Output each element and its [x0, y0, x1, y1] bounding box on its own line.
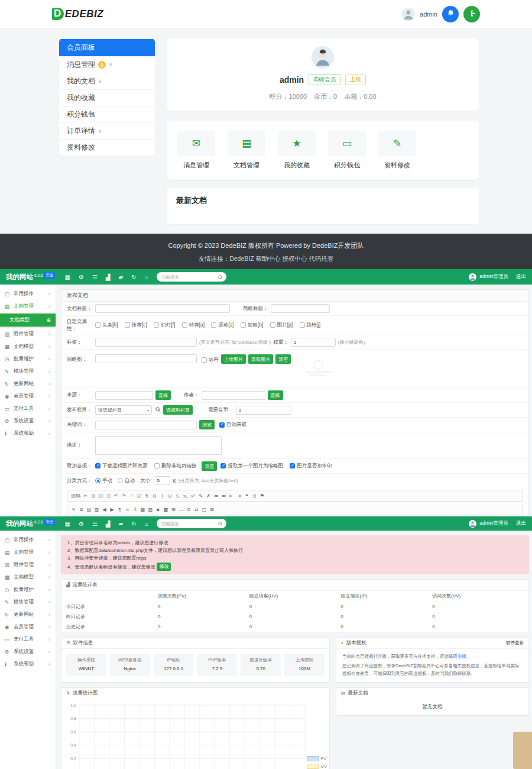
logout-button[interactable] — [463, 6, 480, 22]
editor-tool-button[interactable]: — — [177, 505, 185, 513]
attr-checkbox[interactable]: 跳转[j] — [300, 322, 321, 329]
column-search-icon[interactable] — [155, 407, 161, 413]
upload-image-button[interactable]: 上传图片 — [221, 354, 246, 364]
settings-icon[interactable]: ⚙ — [79, 521, 84, 527]
editor-tool-button[interactable]: ▤ — [85, 505, 93, 513]
dedebiz-logo[interactable]: DEDEBIZ — [52, 8, 103, 20]
attr-checkbox[interactable]: 特荐[a] — [182, 322, 205, 329]
editor-tool-button[interactable]: ↶ — [112, 492, 120, 500]
menu-item[interactable]: ℹ 系统帮助 ∨ — [0, 658, 56, 670]
editor-tool-button[interactable]: ¶ — [116, 505, 124, 513]
logout-link[interactable]: 退出 — [516, 520, 526, 527]
list-icon[interactable]: ☰ — [92, 521, 98, 527]
editor-tool-button[interactable]: ⊠ — [208, 505, 216, 513]
menu-item[interactable]: ▭ 支付工具 ∨ — [0, 402, 56, 415]
attr-checkbox[interactable]: 推荐[c] — [125, 322, 147, 329]
auto-fetch-checkbox[interactable]: 自动获取 — [219, 421, 246, 428]
profile-avatar[interactable] — [312, 46, 334, 69]
short-title-input[interactable] — [271, 304, 330, 313]
home-icon[interactable]: ⌂ — [145, 521, 148, 527]
editor-tool-button[interactable]: ≕ — [220, 492, 228, 500]
modules-icon[interactable]: ▦ — [64, 521, 70, 527]
editor-tool-button[interactable]: ▶ — [108, 505, 116, 513]
editor-tool-button[interactable]: Ω — [185, 505, 193, 513]
editor-tool-button[interactable]: ▥ — [93, 505, 100, 513]
editor-tool-button[interactable]: ∞ — [124, 505, 131, 513]
editor-tool-button[interactable]: B — [151, 492, 158, 500]
menu-item[interactable]: ✎ 模块管理 ∨ — [0, 365, 56, 377]
sidebar-item[interactable]: 订单详情 ∨ — [59, 122, 155, 139]
menu-item[interactable]: ▥ 附件管理 ∨ — [0, 328, 56, 340]
folder-icon[interactable]: ▰ — [119, 274, 124, 280]
source-input[interactable] — [95, 391, 153, 400]
floating-widget[interactable] — [513, 732, 532, 769]
editor-tool-button[interactable]: ⊞ — [170, 505, 177, 513]
menu-item[interactable]: ↻ 更新网站 ∨ — [0, 377, 56, 390]
editor-tool-button[interactable]: ¶ — [143, 492, 151, 500]
logout-link[interactable]: 退出 — [516, 273, 526, 280]
refresh-icon[interactable]: ↻ — [131, 274, 136, 280]
menu-item[interactable]: ✎ 模块管理 ∨ — [0, 596, 56, 608]
sidebar-item[interactable]: 我的文档 ∨ — [59, 73, 155, 89]
clear-button[interactable]: 清空 — [275, 354, 291, 364]
editor-tool-button[interactable]: ▩ — [162, 505, 170, 513]
menu-item[interactable]: ◷ 批量维护 ∨ — [0, 353, 56, 365]
editor-tool-button[interactable]: ⚓ — [131, 505, 139, 513]
search-icon[interactable] — [218, 518, 223, 529]
plus-icon[interactable]: ⊕ — [46, 317, 51, 323]
attr-checkbox[interactable]: 加粗[b] — [241, 322, 263, 329]
editor-tool-button[interactable]: ⇤ — [228, 492, 235, 500]
notifications-button[interactable] — [442, 6, 459, 22]
editor-tool-button[interactable]: ▢ — [200, 505, 208, 513]
option-checkbox[interactable]: 提取第一个图片为缩略图 — [220, 463, 283, 470]
software-update-link[interactable]: 软件更新 — [506, 640, 524, 646]
doc-title-input[interactable] — [95, 304, 230, 313]
editor-tool-button[interactable]: ✎ — [197, 492, 205, 500]
tags-input[interactable] — [95, 338, 197, 347]
editor-tool-button[interactable]: x² — [189, 492, 197, 500]
site-name[interactable]: 我的网站 — [6, 273, 33, 282]
menu-item[interactable]: ▭ 支付工具 ∨ — [0, 633, 56, 645]
stats-icon[interactable]: ▟ — [106, 274, 111, 280]
source-choose-button[interactable]: 选择 — [155, 390, 171, 400]
attr-checkbox[interactable]: 滚动[s] — [211, 322, 233, 329]
editor-tool-button[interactable]: ↷ — [120, 492, 128, 500]
attr-checkbox[interactable]: 图片[p] — [270, 322, 293, 329]
home-icon[interactable]: ⌂ — [145, 274, 148, 280]
menu-item[interactable]: ▦ 文档模型 ∨ — [0, 340, 56, 353]
editor-tool-button[interactable]: ⊡ — [105, 492, 112, 500]
list-icon[interactable]: ☰ — [92, 274, 98, 280]
sidebar-item[interactable]: 消息管理 0 ∨ — [59, 56, 155, 73]
menu-item[interactable]: ℹ 系统帮助 ∨ — [0, 427, 56, 440]
editor-tool-button[interactable]: ⊞ — [89, 492, 97, 500]
quick-action[interactable]: ★ 我的收藏 — [278, 131, 316, 170]
editor-tool-button[interactable]: ✗ — [205, 492, 212, 500]
paging-manual-radio[interactable]: 手动 — [95, 477, 112, 484]
search-input[interactable] — [160, 521, 218, 527]
quick-action[interactable]: ▤ 文档管理 — [228, 131, 265, 170]
quick-action[interactable]: ✎ 资料修改 — [378, 131, 416, 170]
editor-tool-button[interactable]: x₂ — [181, 492, 189, 500]
settings-button[interactable]: 设置 — [202, 461, 217, 471]
refresh-icon[interactable]: ↻ — [131, 521, 136, 527]
editor-tool-button[interactable]: ▦ — [139, 505, 147, 513]
menu-item[interactable]: ▥ 附件管理 ∨ — [0, 558, 56, 571]
editor-tool-button[interactable]: ✂ — [82, 492, 89, 500]
menu-item[interactable]: ▢ 常用操作 ∨ — [0, 287, 56, 300]
thumb-input[interactable] — [95, 354, 197, 363]
menu-item[interactable]: ▦ 文档模型 ∨ — [0, 571, 56, 583]
menu-item[interactable]: ↻ 更新网站 ∨ — [0, 608, 56, 621]
search-icon[interactable] — [218, 272, 223, 282]
editor-tool-button[interactable]: ■ — [154, 505, 162, 513]
editor-tool-button[interactable]: 源码 — [70, 492, 82, 500]
size-input[interactable] — [154, 476, 170, 485]
editor-tool-button[interactable]: ⇥ — [235, 492, 243, 500]
sidebar-item[interactable]: 积分钱包 — [59, 106, 155, 122]
menu-item[interactable]: ◉ 会员管理 ∨ — [0, 621, 56, 633]
modify-button[interactable]: 修改 — [157, 563, 171, 571]
menu-item[interactable]: ▢ 常用操作 ∨ — [0, 534, 56, 546]
menu-item[interactable]: ⚙ 系统设置 ∨ — [0, 415, 56, 427]
sidebar-item[interactable]: 资料修改 — [59, 139, 155, 156]
menu-item[interactable]: ◷ 批量维护 ∨ — [0, 583, 56, 596]
commercial-link[interactable]: 商业版 — [453, 654, 467, 659]
